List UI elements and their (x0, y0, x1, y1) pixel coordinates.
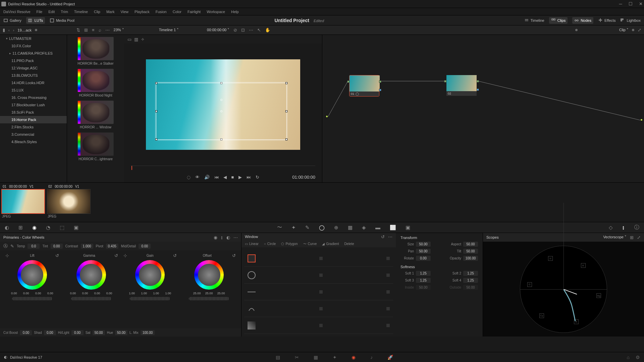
3d-icon[interactable]: ▣ (406, 225, 410, 231)
menu-color[interactable]: Color (173, 10, 181, 14)
shape-invert[interactable] (386, 324, 390, 327)
log-mode-button[interactable]: ◐ (226, 235, 230, 240)
node-output-port[interactable] (477, 80, 479, 82)
lut-item[interactable]: HORROR ... Window (69, 101, 122, 129)
unmute-button[interactable]: 👁 (195, 175, 200, 180)
grid-view-button[interactable]: ⊞ (84, 27, 88, 33)
sidebar-item-active[interactable]: 19.Horror Pack (0, 116, 67, 123)
offset-jog[interactable] (189, 297, 229, 300)
picker-button[interactable]: ✎ (10, 244, 14, 249)
lift-reset-button[interactable]: ↺ (55, 253, 59, 258)
polygon-tool[interactable]: ⬠Polygon (281, 242, 298, 246)
timeline-button[interactable]: Timeline (524, 18, 544, 23)
viewer-wand-button[interactable]: ✧ (141, 37, 145, 42)
fairlight-page-button[interactable]: ♪ (370, 355, 373, 360)
close-button[interactable]: ✕ (639, 2, 643, 6)
node-output-port[interactable] (379, 80, 381, 83)
offset-color-wheel[interactable] (194, 260, 224, 290)
clip-item-02[interactable]: 0200:00:00:00V1 JPEG (47, 184, 91, 219)
gain-color-wheel[interactable] (135, 260, 165, 290)
lift-jog[interactable] (12, 297, 52, 300)
play-button[interactable]: ▶ (238, 175, 242, 180)
menu-playback[interactable]: Playback (135, 10, 150, 14)
shape-invert[interactable] (386, 274, 390, 277)
scope-selector[interactable]: Clip ˅ (619, 28, 629, 32)
opacity-value[interactable]: 100.00 (463, 256, 478, 261)
sidebar-item[interactable]: 3.Commercial (0, 131, 67, 138)
tracker-icon[interactable]: ⊕ (334, 225, 338, 231)
gamma-reset-button[interactable]: ↺ (114, 253, 118, 258)
curve-tool[interactable]: 〜Curve (303, 242, 317, 246)
shape-row-gradient[interactable] (244, 317, 393, 334)
pivot-value[interactable]: 0.435 (106, 244, 118, 249)
sat-value[interactable]: 50.00 (93, 330, 105, 335)
lut-item[interactable]: HORROR Be...e Stalker (69, 37, 122, 65)
primaries-icon[interactable]: ◉ (32, 225, 37, 231)
project-settings-button[interactable]: ⚙ (636, 355, 640, 360)
lmix-value[interactable]: 100.00 (141, 330, 155, 335)
lut-folder-sidebar[interactable]: ▾LUTMASTER 10.FX.Color ▸11.CAMERA.PROFIL… (0, 35, 67, 182)
panel-toggle-button[interactable]: ▮ (3, 27, 5, 33)
sort-button[interactable]: ⇅ (76, 27, 80, 33)
pan-value[interactable]: 50.00 (416, 249, 431, 254)
hilight-value[interactable]: 0.00 (71, 330, 84, 335)
list-view-button[interactable]: ≡ (92, 27, 95, 33)
step-back-button[interactable]: ◀ (223, 175, 227, 180)
sidebar-item[interactable]: 13.BLOWOUTS (0, 72, 67, 79)
shape-toggle[interactable] (319, 257, 323, 260)
shape-invert[interactable] (386, 307, 390, 310)
aspect-value[interactable]: 50.00 (463, 242, 478, 247)
viewer-mode-button[interactable]: ▭ (127, 37, 131, 42)
menu-trim[interactable]: Trim (61, 10, 68, 14)
minimize-button[interactable]: ─ (619, 2, 623, 6)
lut-thumbnail-grid[interactable]: HORROR Be...e Stalker HORROR Blood Night… (67, 35, 124, 182)
bars-mode-button[interactable]: ⫿ (221, 235, 223, 240)
sidebar-item[interactable]: 15.LUX (0, 86, 67, 94)
node-alpha-port[interactable] (477, 88, 479, 91)
scope-expand-button[interactable]: ⤢ (637, 235, 641, 240)
cut-page-button[interactable]: ✂ (295, 355, 299, 360)
shape-row-poly[interactable] (244, 284, 393, 300)
mute-button[interactable]: 🔊 (204, 175, 210, 180)
node-02[interactable]: 02 (446, 75, 477, 96)
magic-mask-icon[interactable]: ▦ (348, 225, 353, 231)
tint-value[interactable]: 0.00 (51, 244, 63, 249)
node-input-port[interactable] (347, 80, 350, 83)
menu-help[interactable]: Help (231, 10, 239, 14)
more-button[interactable]: ⋯ (105, 27, 110, 33)
gamma-color-wheel[interactable] (76, 260, 106, 290)
next-clip-button[interactable]: ⏭ (247, 175, 251, 180)
scope-type-selector[interactable]: Vectorscope ˅ (603, 235, 627, 240)
menu-file[interactable]: File (37, 10, 43, 14)
contrast-value[interactable]: 1.000 (81, 244, 93, 249)
search-button[interactable]: ⌕ (99, 27, 101, 33)
info-icon[interactable]: ⓘ (634, 224, 639, 231)
maximize-button[interactable]: ☐ (629, 2, 633, 6)
node-graph[interactable]: 01◯ 02 (322, 35, 644, 182)
sidebar-item[interactable]: ▸11.CAMERA.PROFILES (0, 50, 67, 57)
shape-row-curve[interactable] (244, 300, 393, 317)
lightbox-button[interactable]: Lightbox (620, 18, 641, 23)
sidebar-item[interactable]: 11.PRO.Pack (0, 57, 67, 64)
power-window-rect[interactable] (156, 83, 287, 140)
shape-row-circle[interactable] (244, 267, 393, 284)
sidebar-item[interactable]: 18.SciFi Pack (0, 109, 67, 116)
gain-jog[interactable] (130, 297, 170, 300)
window-reset-button[interactable]: ↺ (381, 234, 385, 239)
shape-invert[interactable] (386, 290, 390, 294)
menu-edit[interactable]: Edit (48, 10, 55, 14)
rgb-mixer-icon[interactable]: ⬚ (60, 225, 64, 231)
shape-row-rect[interactable] (244, 250, 393, 267)
effects-button[interactable]: Effects (598, 18, 615, 23)
pan-button[interactable]: ✋ (265, 27, 270, 33)
nav-back-button[interactable]: ‹ (8, 28, 10, 32)
gain-picker-icon[interactable]: ⊹ (123, 253, 127, 258)
colboost-value[interactable]: 0.00 (20, 330, 32, 335)
clip-item-01[interactable]: 0100:00:00:00V1 JPEG (1, 184, 45, 219)
soft2-value[interactable]: 1.25 (463, 271, 478, 276)
warper-icon[interactable]: ✦ (291, 225, 296, 231)
output-port[interactable] (640, 119, 643, 121)
menu-clip[interactable]: Clip (94, 10, 100, 14)
shape-toggle[interactable] (319, 307, 323, 310)
highlight-button[interactable]: ⊡ (241, 27, 245, 33)
